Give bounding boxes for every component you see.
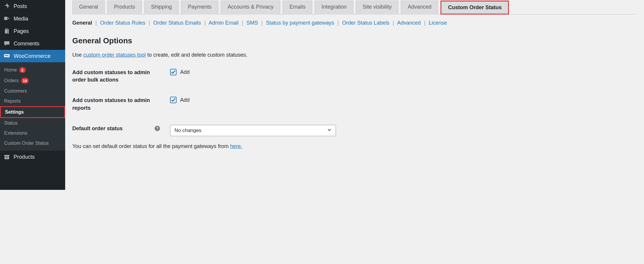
subtab-license[interactable]: License bbox=[429, 20, 447, 26]
archive-icon bbox=[4, 154, 10, 160]
section-title: General Options bbox=[72, 36, 637, 45]
submenu-item-orders[interactable]: Orders 19 bbox=[0, 75, 65, 86]
section-description: Use custom order statuses tool to create… bbox=[72, 52, 637, 58]
bulk-checkbox[interactable] bbox=[170, 69, 177, 75]
subtab-sms[interactable]: SMS bbox=[246, 20, 258, 26]
page-icon bbox=[4, 28, 10, 34]
custom-statuses-tool-link[interactable]: custom order statuses tool bbox=[83, 52, 146, 58]
comment-icon bbox=[4, 40, 10, 47]
woocommerce-icon bbox=[4, 53, 10, 59]
tab-emails[interactable]: Emails bbox=[283, 1, 312, 15]
settings-content: General Products Shipping Payments Accou… bbox=[65, 0, 644, 190]
submenu-item-extensions[interactable]: Extensions bbox=[0, 128, 65, 138]
chevron-down-icon bbox=[327, 128, 331, 133]
field-label: Add custom statuses to admin reports bbox=[72, 97, 170, 112]
sidebar-item-posts[interactable]: Posts bbox=[0, 0, 65, 12]
submenu-item-label: Status bbox=[4, 120, 17, 126]
field-bulk-actions: Add custom statuses to admin order bulk … bbox=[72, 69, 637, 84]
submenu-item-label: Extensions bbox=[4, 131, 27, 136]
field-label: Add custom statuses to admin order bulk … bbox=[72, 69, 170, 84]
subtab-general[interactable]: General bbox=[72, 20, 92, 26]
tab-products[interactable]: Products bbox=[107, 1, 142, 15]
svg-rect-5 bbox=[6, 157, 7, 158]
gateway-settings-link[interactable]: here. bbox=[230, 143, 242, 149]
svg-rect-2 bbox=[5, 30, 7, 34]
sidebar-item-label: Comments bbox=[14, 41, 39, 47]
submenu-item-settings[interactable]: Settings bbox=[0, 106, 65, 118]
default-status-select[interactable]: No changes bbox=[170, 125, 336, 136]
svg-rect-0 bbox=[4, 17, 7, 20]
svg-rect-3 bbox=[4, 155, 9, 156]
subtab-order-status-emails[interactable]: Order Status Emails bbox=[153, 20, 201, 26]
media-icon bbox=[4, 15, 10, 22]
tab-general[interactable]: General bbox=[72, 1, 105, 15]
sidebar-item-media[interactable]: Media bbox=[0, 12, 65, 25]
subtab-order-status-labels[interactable]: Order Status Labels bbox=[342, 20, 390, 26]
admin-sidebar: Posts Media Pages Comments WooCommerce H… bbox=[0, 0, 65, 190]
tab-shipping[interactable]: Shipping bbox=[144, 1, 179, 15]
sidebar-item-label: WooCommerce bbox=[14, 53, 51, 59]
subtabs: General | Order Status Rules | Order Sta… bbox=[72, 15, 637, 31]
submenu-item-label: Settings bbox=[5, 109, 24, 115]
check-icon bbox=[171, 70, 176, 74]
submenu-item-label: Home bbox=[4, 67, 17, 73]
sidebar-item-label: Posts bbox=[14, 3, 27, 9]
reports-checkbox[interactable] bbox=[170, 97, 177, 103]
tab-payments[interactable]: Payments bbox=[181, 1, 218, 15]
sidebar-item-label: Media bbox=[14, 16, 28, 22]
check-icon bbox=[171, 98, 176, 102]
sidebar-item-pages[interactable]: Pages bbox=[0, 25, 65, 37]
tab-site-visibility[interactable]: Site visibility bbox=[356, 1, 398, 15]
field-default-order-status: Default order status ? No changes bbox=[72, 125, 637, 136]
subtab-status-by-payment-gateways[interactable]: Status by payment gateways bbox=[266, 20, 334, 26]
sidebar-item-woocommerce[interactable]: WooCommerce bbox=[0, 50, 65, 62]
tab-accounts-privacy[interactable]: Accounts & Privacy bbox=[221, 1, 280, 15]
select-value: No changes bbox=[174, 128, 201, 133]
gateway-hint: You can set default order status for all… bbox=[72, 143, 637, 150]
pin-icon bbox=[4, 3, 10, 9]
tab-integration[interactable]: Integration bbox=[315, 1, 353, 15]
submenu-item-label: Custom Order Status bbox=[4, 141, 49, 146]
submenu-item-customers[interactable]: Customers bbox=[0, 86, 65, 96]
tab-custom-order-status[interactable]: Custom Order Status bbox=[440, 1, 509, 15]
help-icon[interactable]: ? bbox=[155, 126, 160, 131]
submenu-item-label: Customers bbox=[4, 88, 27, 94]
submenu-item-label: Reports bbox=[4, 98, 21, 104]
checkbox-label: Add bbox=[180, 69, 190, 75]
checkbox-label: Add bbox=[180, 97, 190, 103]
submenu-item-reports[interactable]: Reports bbox=[0, 96, 65, 106]
settings-tabs: General Products Shipping Payments Accou… bbox=[72, 0, 637, 15]
submenu-item-label: Orders bbox=[4, 78, 19, 83]
submenu-item-home[interactable]: Home 2 bbox=[0, 65, 65, 75]
subtab-advanced[interactable]: Advanced bbox=[397, 20, 421, 26]
sidebar-item-label: Products bbox=[14, 154, 35, 160]
sidebar-item-label: Pages bbox=[14, 28, 29, 34]
subtab-order-status-rules[interactable]: Order Status Rules bbox=[100, 20, 145, 26]
badge-count: 19 bbox=[21, 78, 29, 84]
woocommerce-submenu: Home 2 Orders 19 Customers Reports Setti… bbox=[0, 62, 65, 151]
svg-rect-4 bbox=[4, 157, 9, 159]
tab-advanced[interactable]: Advanced bbox=[401, 1, 438, 15]
submenu-item-custom-order-status[interactable]: Custom Order Status bbox=[0, 138, 65, 148]
sidebar-item-comments[interactable]: Comments bbox=[0, 37, 65, 50]
badge-count: 2 bbox=[19, 67, 26, 73]
sidebar-item-products[interactable]: Products bbox=[0, 151, 65, 163]
field-label-wrap: Default order status ? bbox=[72, 125, 170, 132]
field-admin-reports: Add custom statuses to admin reports Add bbox=[72, 97, 637, 112]
subtab-admin-email[interactable]: Admin Email bbox=[209, 20, 238, 26]
submenu-item-status[interactable]: Status bbox=[0, 118, 65, 128]
